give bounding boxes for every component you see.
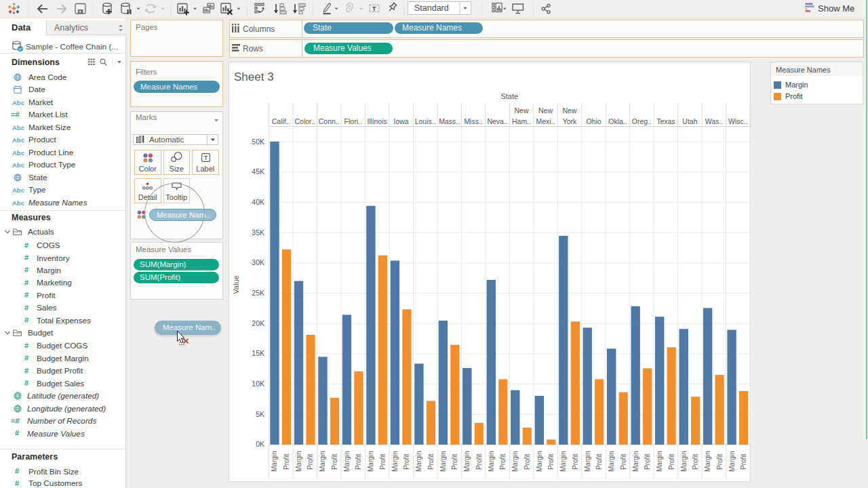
- svg-text:Color..: Color..: [295, 117, 315, 125]
- svg-text:Wisc..: Wisc..: [728, 117, 748, 125]
- svg-text:Conn..: Conn..: [319, 117, 340, 125]
- svg-text:Margin: Margin: [415, 451, 422, 472]
- svg-text:Ohio: Ohio: [586, 117, 601, 125]
- svg-text:Profit: Profit: [716, 453, 724, 470]
- svg-text:Margin: Margin: [391, 451, 399, 472]
- svg-text:Neva..: Neva..: [487, 117, 507, 125]
- svg-text:Margin: Margin: [584, 451, 591, 472]
- svg-text:Margin: Margin: [343, 451, 351, 472]
- svg-text:Profit: Profit: [427, 453, 435, 470]
- svg-text:Margin: Margin: [488, 451, 495, 472]
- svg-text:Profit: Profit: [644, 453, 651, 470]
- svg-text:Profit: Profit: [572, 453, 579, 470]
- svg-text:Profit: Profit: [620, 453, 627, 470]
- svg-text:25K: 25K: [252, 289, 264, 297]
- svg-text:Margin: Margin: [319, 451, 326, 472]
- svg-text:Ham..: Ham..: [512, 117, 531, 125]
- svg-text:Margin: Margin: [271, 451, 278, 472]
- svg-text:T: T: [204, 155, 208, 161]
- svg-text:Oreg..: Oreg..: [632, 117, 652, 125]
- svg-text:New: New: [538, 106, 553, 115]
- svg-text:0K: 0K: [256, 440, 264, 448]
- svg-text:40K: 40K: [252, 198, 264, 206]
- svg-text:Show Me: Show Me: [818, 3, 854, 14]
- svg-text:Texas: Texas: [656, 117, 675, 125]
- svg-text:Profit: Profit: [692, 453, 699, 470]
- svg-text:Margin: Margin: [536, 451, 543, 472]
- svg-text:T: T: [372, 5, 376, 12]
- svg-text:Profit: Profit: [740, 453, 747, 470]
- svg-text:Margin: Margin: [656, 451, 663, 472]
- svg-text:Profit: Profit: [595, 453, 603, 470]
- svg-text:York: York: [563, 117, 577, 125]
- svg-text:Value: Value: [232, 275, 240, 293]
- svg-text:Illinois: Illinois: [368, 117, 387, 125]
- svg-text:Calif..: Calif..: [272, 117, 290, 125]
- svg-text:New: New: [562, 106, 576, 115]
- svg-text:Miss..: Miss..: [464, 117, 482, 125]
- svg-text:Sheet 3: Sheet 3: [234, 70, 274, 83]
- svg-text:5K: 5K: [256, 410, 264, 418]
- svg-text:Margin: Margin: [632, 451, 639, 472]
- svg-text:15K: 15K: [252, 349, 264, 357]
- svg-text:Iowa: Iowa: [394, 117, 409, 125]
- svg-text:Flori..: Flori..: [344, 117, 362, 125]
- svg-text:Profit: Profit: [379, 453, 387, 470]
- svg-text:Profit: Profit: [331, 453, 338, 470]
- svg-text:Margin: Margin: [463, 451, 471, 472]
- svg-text:Margin: Margin: [511, 451, 519, 472]
- svg-text:Margin: Margin: [608, 451, 615, 472]
- svg-text:Louis..: Louis..: [415, 117, 436, 125]
- svg-text:Profit: Profit: [283, 453, 290, 470]
- svg-text:Margin: Margin: [704, 451, 711, 472]
- svg-text:20K: 20K: [252, 319, 264, 327]
- svg-text:30K: 30K: [252, 258, 264, 266]
- svg-text:Profit: Profit: [307, 453, 314, 470]
- svg-text:Standard: Standard: [414, 3, 449, 13]
- svg-text:Margin: Margin: [367, 451, 374, 472]
- svg-text:Margin: Margin: [439, 451, 447, 472]
- svg-text:Profit: Profit: [451, 453, 458, 470]
- svg-text:Profit: Profit: [403, 453, 410, 470]
- svg-text:Margin: Margin: [559, 451, 567, 472]
- svg-text:Profit: Profit: [547, 453, 555, 470]
- svg-text:New: New: [514, 106, 528, 115]
- svg-text:Okla..: Okla..: [608, 117, 627, 125]
- svg-text:Mexi..: Mexi..: [536, 117, 555, 125]
- svg-text:10K: 10K: [252, 380, 264, 388]
- svg-text:Profit: Profit: [499, 453, 507, 470]
- svg-text:Profit: Profit: [668, 453, 675, 470]
- svg-text:Profit: Profit: [524, 453, 531, 470]
- svg-text:Margin: Margin: [728, 451, 736, 472]
- svg-text:Margin: Margin: [680, 451, 688, 472]
- svg-text:50K: 50K: [252, 138, 264, 146]
- svg-text:Profit: Profit: [355, 453, 362, 470]
- svg-text:Was..: Was..: [705, 117, 723, 125]
- svg-text:Profit: Profit: [475, 453, 483, 470]
- svg-text:State: State: [500, 92, 518, 100]
- svg-text:45K: 45K: [252, 167, 264, 176]
- svg-text:35K: 35K: [252, 228, 264, 237]
- svg-text:Mass..: Mass..: [439, 117, 460, 125]
- svg-text:Margin: Margin: [295, 451, 302, 472]
- svg-text:Utah: Utah: [682, 117, 697, 125]
